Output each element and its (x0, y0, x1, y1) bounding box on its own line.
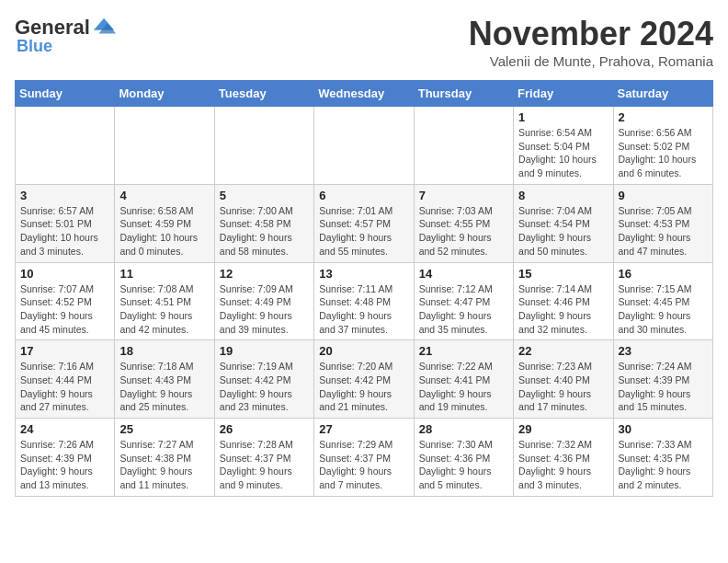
day-info: Sunrise: 7:05 AM Sunset: 4:53 PM Dayligh… (619, 204, 708, 259)
weekday-header-thursday: Thursday (414, 81, 513, 107)
calendar-cell: 17Sunrise: 7:16 AM Sunset: 4:44 PM Dayli… (16, 340, 115, 419)
logo-blue-text: Blue (17, 37, 52, 56)
logo: General Blue (15, 15, 118, 56)
day-info: Sunrise: 7:30 AM Sunset: 4:36 PM Dayligh… (419, 438, 508, 492)
day-info: Sunrise: 6:56 AM Sunset: 5:02 PM Dayligh… (619, 126, 708, 180)
day-number: 17 (20, 344, 109, 358)
calendar-cell: 16Sunrise: 7:15 AM Sunset: 4:45 PM Dayli… (613, 262, 712, 340)
calendar-cell: 29Sunrise: 7:32 AM Sunset: 4:36 PM Dayli… (514, 419, 613, 497)
calendar-cell: 27Sunrise: 7:29 AM Sunset: 4:37 PM Dayli… (314, 419, 414, 497)
day-number: 5 (220, 189, 309, 202)
calendar-cell: 8Sunrise: 7:04 AM Sunset: 4:54 PM Daylig… (514, 184, 613, 262)
day-number: 29 (518, 422, 608, 436)
day-number: 16 (619, 267, 708, 281)
calendar-cell: 21Sunrise: 7:22 AM Sunset: 4:41 PM Dayli… (414, 340, 513, 419)
day-number: 23 (619, 344, 708, 358)
calendar-cell: 6Sunrise: 7:01 AM Sunset: 4:57 PM Daylig… (314, 184, 414, 262)
day-number: 25 (119, 422, 209, 436)
day-number: 19 (220, 344, 309, 358)
day-info: Sunrise: 7:28 AM Sunset: 4:37 PM Dayligh… (220, 438, 309, 492)
calendar-cell (16, 107, 115, 185)
calendar-cell: 26Sunrise: 7:28 AM Sunset: 4:37 PM Dayli… (214, 419, 313, 497)
day-info: Sunrise: 7:09 AM Sunset: 4:49 PM Dayligh… (220, 282, 309, 337)
calendar-cell: 3Sunrise: 6:57 AM Sunset: 5:01 PM Daylig… (16, 184, 115, 262)
day-info: Sunrise: 7:18 AM Sunset: 4:43 PM Dayligh… (119, 360, 209, 414)
day-info: Sunrise: 7:16 AM Sunset: 4:44 PM Dayligh… (20, 360, 109, 414)
day-number: 26 (220, 422, 309, 436)
calendar-cell (314, 107, 414, 185)
calendar-week-row: 1Sunrise: 6:54 AM Sunset: 5:04 PM Daylig… (16, 107, 713, 185)
day-number: 8 (518, 189, 608, 202)
month-title: November 2024 (469, 15, 713, 53)
calendar-cell: 25Sunrise: 7:27 AM Sunset: 4:38 PM Dayli… (115, 419, 214, 497)
day-info: Sunrise: 7:07 AM Sunset: 4:52 PM Dayligh… (20, 282, 109, 337)
calendar-cell: 4Sunrise: 6:58 AM Sunset: 4:59 PM Daylig… (115, 184, 214, 262)
day-info: Sunrise: 7:12 AM Sunset: 4:47 PM Dayligh… (419, 282, 508, 337)
day-number: 22 (518, 344, 608, 358)
calendar-cell: 1Sunrise: 6:54 AM Sunset: 5:04 PM Daylig… (514, 107, 613, 185)
day-number: 9 (619, 189, 708, 202)
calendar-cell: 13Sunrise: 7:11 AM Sunset: 4:48 PM Dayli… (314, 262, 414, 340)
day-info: Sunrise: 7:20 AM Sunset: 4:42 PM Dayligh… (319, 360, 408, 414)
day-info: Sunrise: 7:24 AM Sunset: 4:39 PM Dayligh… (619, 360, 708, 414)
calendar-table: SundayMondayTuesdayWednesdayThursdayFrid… (15, 80, 713, 497)
day-number: 15 (518, 267, 608, 281)
logo-icon (92, 15, 118, 40)
calendar-week-row: 3Sunrise: 6:57 AM Sunset: 5:01 PM Daylig… (16, 184, 713, 262)
weekday-header-friday: Friday (514, 81, 613, 107)
day-number: 4 (119, 189, 209, 202)
day-info: Sunrise: 7:04 AM Sunset: 4:54 PM Dayligh… (518, 204, 608, 259)
day-info: Sunrise: 7:26 AM Sunset: 4:39 PM Dayligh… (20, 438, 109, 492)
day-number: 18 (119, 344, 209, 358)
calendar-cell: 15Sunrise: 7:14 AM Sunset: 4:46 PM Dayli… (514, 262, 613, 340)
calendar-cell: 22Sunrise: 7:23 AM Sunset: 4:40 PM Dayli… (514, 340, 613, 419)
day-info: Sunrise: 7:23 AM Sunset: 4:40 PM Dayligh… (518, 360, 608, 414)
calendar-cell: 24Sunrise: 7:26 AM Sunset: 4:39 PM Dayli… (16, 419, 115, 497)
day-info: Sunrise: 7:00 AM Sunset: 4:58 PM Dayligh… (220, 204, 309, 259)
day-info: Sunrise: 7:15 AM Sunset: 4:45 PM Dayligh… (619, 282, 708, 337)
calendar-cell: 19Sunrise: 7:19 AM Sunset: 4:42 PM Dayli… (214, 340, 313, 419)
calendar-week-row: 17Sunrise: 7:16 AM Sunset: 4:44 PM Dayli… (16, 340, 713, 419)
day-info: Sunrise: 7:22 AM Sunset: 4:41 PM Dayligh… (419, 360, 508, 414)
day-number: 12 (220, 267, 309, 281)
weekday-header-sunday: Sunday (16, 81, 115, 107)
calendar-cell: 2Sunrise: 6:56 AM Sunset: 5:02 PM Daylig… (613, 107, 712, 185)
calendar-cell: 23Sunrise: 7:24 AM Sunset: 4:39 PM Dayli… (613, 340, 712, 419)
day-number: 28 (419, 422, 508, 436)
weekday-header-tuesday: Tuesday (214, 81, 313, 107)
calendar-cell: 5Sunrise: 7:00 AM Sunset: 4:58 PM Daylig… (214, 184, 313, 262)
day-number: 21 (419, 344, 508, 358)
day-number: 1 (518, 110, 608, 124)
day-number: 3 (20, 189, 109, 202)
weekday-header-monday: Monday (115, 81, 214, 107)
day-number: 2 (619, 110, 708, 124)
calendar-cell (414, 107, 513, 185)
calendar-cell: 11Sunrise: 7:08 AM Sunset: 4:51 PM Dayli… (115, 262, 214, 340)
day-info: Sunrise: 7:29 AM Sunset: 4:37 PM Dayligh… (319, 438, 408, 492)
day-number: 6 (319, 189, 408, 202)
calendar-cell: 30Sunrise: 7:33 AM Sunset: 4:35 PM Dayli… (613, 419, 712, 497)
calendar-cell: 14Sunrise: 7:12 AM Sunset: 4:47 PM Dayli… (414, 262, 513, 340)
day-info: Sunrise: 6:58 AM Sunset: 4:59 PM Dayligh… (119, 204, 209, 259)
day-info: Sunrise: 7:32 AM Sunset: 4:36 PM Dayligh… (518, 438, 608, 492)
day-info: Sunrise: 7:27 AM Sunset: 4:38 PM Dayligh… (119, 438, 209, 492)
calendar-week-row: 24Sunrise: 7:26 AM Sunset: 4:39 PM Dayli… (16, 419, 713, 497)
calendar-cell: 12Sunrise: 7:09 AM Sunset: 4:49 PM Dayli… (214, 262, 313, 340)
day-info: Sunrise: 7:11 AM Sunset: 4:48 PM Dayligh… (319, 282, 408, 337)
day-number: 13 (319, 267, 408, 281)
day-info: Sunrise: 7:01 AM Sunset: 4:57 PM Dayligh… (319, 204, 408, 259)
calendar-cell: 18Sunrise: 7:18 AM Sunset: 4:43 PM Dayli… (115, 340, 214, 419)
weekday-header-row: SundayMondayTuesdayWednesdayThursdayFrid… (16, 81, 713, 107)
day-number: 20 (319, 344, 408, 358)
calendar-cell: 28Sunrise: 7:30 AM Sunset: 4:36 PM Dayli… (414, 419, 513, 497)
calendar-cell: 7Sunrise: 7:03 AM Sunset: 4:55 PM Daylig… (414, 184, 513, 262)
day-number: 14 (419, 267, 508, 281)
day-info: Sunrise: 7:19 AM Sunset: 4:42 PM Dayligh… (220, 360, 309, 414)
location-text: Valenii de Munte, Prahova, Romania (469, 53, 713, 69)
day-info: Sunrise: 7:33 AM Sunset: 4:35 PM Dayligh… (619, 438, 708, 492)
calendar-cell: 20Sunrise: 7:20 AM Sunset: 4:42 PM Dayli… (314, 340, 414, 419)
day-info: Sunrise: 6:57 AM Sunset: 5:01 PM Dayligh… (20, 204, 109, 259)
calendar-cell (115, 107, 214, 185)
day-number: 10 (20, 267, 109, 281)
calendar-week-row: 10Sunrise: 7:07 AM Sunset: 4:52 PM Dayli… (16, 262, 713, 340)
